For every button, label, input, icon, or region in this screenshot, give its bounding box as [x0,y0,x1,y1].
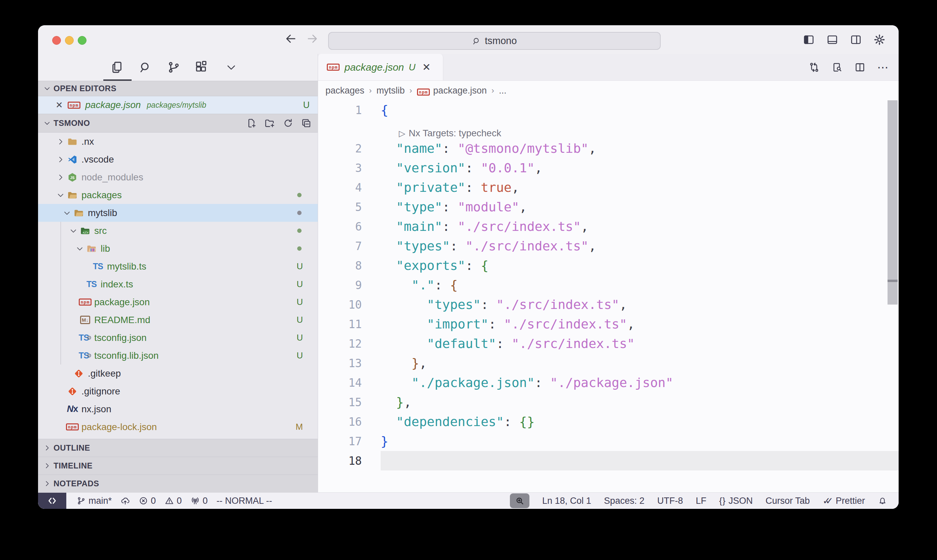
close-editor-icon[interactable]: ✕ [55,100,63,111]
close-tab-icon[interactable]: ✕ [422,61,431,73]
status-encoding[interactable]: UTF-8 [657,496,683,506]
codelens-label[interactable]: Nx Targets: typecheck [409,128,501,138]
editor-search-icon[interactable] [831,62,843,73]
explorer-section-header[interactable]: TSMONO [38,114,318,132]
ellipsis-icon[interactable]: ⋯ [877,61,889,74]
new-file-icon[interactable] [246,118,257,129]
search-icon[interactable] [137,58,154,76]
refresh-icon[interactable] [283,118,294,129]
tree-item-tsconfig-lib-json[interactable]: TS⚙ tsconfig.lib.json U [38,347,318,365]
code-line-11[interactable]: 11 "import": "./src/index.ts", [318,314,899,334]
code-line-8[interactable]: 8 "exports": { [318,256,899,275]
code-line-6[interactable]: 6 "main": "./src/index.ts", [318,217,899,236]
tab-package-json[interactable]: npm package.json U ✕ [318,54,443,80]
more-views-icon[interactable] [223,58,240,76]
code-line-12[interactable]: 12 "default": "./src/index.ts" [318,334,899,353]
tree-item--nx[interactable]: .nx [38,132,318,151]
gear-icon[interactable] [872,33,886,47]
minimize-window-button[interactable] [65,36,74,45]
code-line-18[interactable]: 18 [318,451,899,471]
breadcrumb-item[interactable]: ... [499,86,506,96]
code-line-2[interactable]: 2 "name": "@tsmono/mytslib", [318,138,899,158]
code-line-9[interactable]: 9 ".": { [318,275,899,295]
open-editor-item[interactable]: ✕ npm package.json packages/mytslib U [38,96,318,114]
tree-item-tsconfig-json[interactable]: TS⚙ tsconfig.json U [38,329,318,347]
line-number: 10 [318,298,362,311]
source-control-icon[interactable] [165,58,182,76]
line-number: 6 [318,220,362,233]
layout-panel-icon[interactable] [825,33,839,47]
scrollbar-slider[interactable] [888,100,898,305]
command-center-search[interactable]: tsmono [328,32,661,50]
code-line-17[interactable]: 17 } [318,431,899,451]
status-formatter[interactable]: ✓✓ Prettier [823,495,865,506]
remote-indicator[interactable] [38,493,66,509]
explorer-icon[interactable] [108,58,126,76]
status-vim-mode[interactable]: -- NORMAL -- [216,496,272,506]
status-warnings[interactable]: 0 [165,496,182,506]
tree-item-index-ts[interactable]: TS index.ts U [38,275,318,293]
layout-sidebar-right-icon[interactable] [849,33,863,47]
status-errors[interactable]: 0 [138,496,156,506]
section-outline[interactable]: OUTLINE [38,439,318,457]
activity-bar [38,54,318,81]
status-cursor-position[interactable]: Ln 18, Col 1 [542,496,591,506]
code-line-7[interactable]: 7 "types": "./src/index.ts", [318,236,899,256]
code-line-13[interactable]: 13 }, [318,353,899,373]
codelens[interactable]: ▷ Nx Targets: typecheck [318,120,899,138]
modified-badge: U [409,62,415,73]
status-sync[interactable] [120,496,130,506]
breadcrumb-item[interactable]: npmpackage.json [417,86,487,96]
code-line-3[interactable]: 3 "version": "0.0.1", [318,158,899,178]
chevron-down-icon [61,209,73,217]
tree-item-src[interactable]: </> src [38,222,318,240]
tree-item-mytslib[interactable]: mytslib [38,204,318,222]
breadcrumb-item[interactable]: packages [325,86,365,96]
tree-item-package-lock-json[interactable]: npm package-lock.json M [38,418,318,436]
new-folder-icon[interactable] [265,118,275,129]
tree-item-package-json[interactable]: npm package.json U [38,293,318,311]
zoom-window-button[interactable] [78,36,86,45]
status-notifications[interactable] [878,496,887,506]
tree-item-packages[interactable]: packages [38,186,318,204]
tree-item-lib[interactable]: lib [38,240,318,257]
code-line-5[interactable]: 5 "type": "module", [318,197,899,217]
tree-item-label: tsconfig.lib.json [94,350,158,361]
tree-item-mytslib-ts[interactable]: TS mytslib.ts U [38,257,318,275]
status-ports[interactable]: 0 [191,496,208,506]
diff-icon[interactable] [808,62,820,73]
play-outline-icon[interactable]: ▷ [399,129,405,138]
status-git-branch[interactable]: main* [76,496,112,506]
navigate-back-icon[interactable] [285,33,297,45]
split-editor-icon[interactable] [854,62,866,73]
status-indentation[interactable]: Spaces: 2 [604,496,645,506]
close-window-button[interactable] [52,36,61,45]
tree-item-readme-md[interactable]: M↓ README.md U [38,311,318,329]
code-line-15[interactable]: 15 }, [318,392,899,412]
tree-item-node-modules[interactable]: JS node_modules [38,168,318,186]
open-editors-header[interactable]: OPEN EDITORS [38,81,318,96]
navigate-forward-icon[interactable] [306,33,318,45]
layout-sidebar-left-icon[interactable] [802,33,816,47]
status-cursor-tab[interactable]: Cursor Tab [765,496,810,506]
code-editor[interactable]: 1 { ▷ Nx Targets: typecheck 2 "name": "@… [318,100,899,492]
section-timeline[interactable]: TIMELINE [38,457,318,474]
tree-item--vscode[interactable]: .vscode [38,151,318,168]
code-line-4[interactable]: 4 "private": true, [318,178,899,197]
broadcast-icon [191,496,200,506]
status-language-mode[interactable]: {} JSON [719,496,753,506]
tree-item--gitkeep[interactable]: .gitkeep [38,365,318,382]
code-line-10[interactable]: 10 "types": "./src/index.ts", [318,295,899,314]
collapse-all-icon[interactable] [301,118,312,129]
tree-item--gitignore[interactable]: .gitignore [38,382,318,400]
section-notepads[interactable]: NOTEPADS [38,474,318,492]
status-eol[interactable]: LF [696,496,706,506]
code-line-14[interactable]: 14 "./package.json": "./package.json" [318,373,899,392]
tree-item-nx-json[interactable]: Nx nx.json [38,400,318,418]
extensions-icon[interactable] [192,58,210,76]
code-line-1[interactable]: 1 { [318,100,899,120]
line-number: 9 [318,278,362,292]
code-line-16[interactable]: 16 "dependencies": {} [318,412,899,431]
scrollbar[interactable] [888,100,898,492]
breadcrumb-item[interactable]: mytslib [377,86,405,96]
